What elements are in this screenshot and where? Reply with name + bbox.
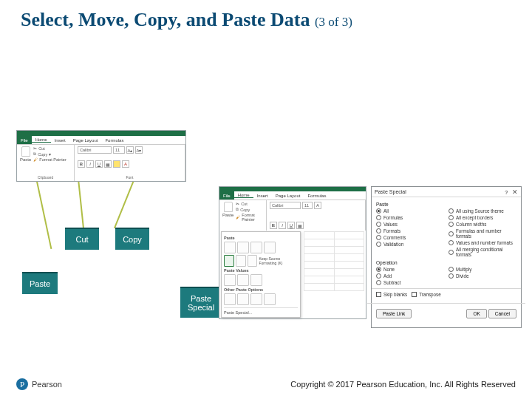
paste-special-menu-item[interactable]: Paste Special... [224, 307, 298, 315]
tab-formulas[interactable]: Formulas [304, 194, 330, 198]
excel-ribbon-clipboard: File Home Insert Page Layout Formulas Pa… [16, 130, 186, 182]
tab-insert[interactable]: Insert [51, 138, 69, 143]
group-label-font: Font [78, 175, 182, 180]
increase-font-icon[interactable]: A [314, 202, 321, 209]
radio-divide[interactable]: Divide [449, 273, 516, 279]
paste-label: Paste [20, 157, 31, 162]
paste-button[interactable]: Paste [222, 202, 233, 222]
underline-button[interactable]: U [287, 222, 295, 229]
radio-formats[interactable]: Formats [376, 228, 444, 233]
slide-footer: P Pearson Copyright © 2017 Pearson Educa… [0, 378, 532, 390]
copy-icon: ⧉ [33, 151, 36, 157]
dialog-titlebar: Paste Special ? ✕ [372, 187, 521, 197]
border-button[interactable]: ▦ [104, 160, 112, 168]
check-skip-blanks[interactable]: Skip blanks [376, 292, 407, 297]
font-size-select[interactable]: 11 [113, 146, 125, 154]
border-button[interactable]: ▦ [296, 222, 304, 229]
tab-page-layout[interactable]: Page Layout [69, 138, 102, 143]
radio-formulas[interactable]: Formulas [376, 215, 444, 220]
tab-home[interactable]: Home [32, 137, 51, 143]
callout-line [35, 177, 52, 249]
paste-link-button[interactable]: Paste Link [376, 309, 412, 318]
section-paste-label: Paste [376, 202, 516, 207]
paste-values-option[interactable] [237, 274, 249, 286]
radio-column-widths[interactable]: Column widths [449, 222, 516, 227]
radio-except-borders[interactable]: All except borders [449, 215, 516, 220]
paste-values-option[interactable] [250, 274, 262, 286]
radio-values[interactable]: Values [376, 222, 444, 227]
radio-validation[interactable]: Validation [376, 242, 444, 247]
paste-other-option[interactable] [264, 293, 276, 305]
excel-ribbon-paste-menu: File Home Insert Page Layout Formulas Pa… [219, 186, 366, 319]
pearson-logo: P Pearson [16, 378, 62, 390]
paste-other-option[interactable] [237, 293, 249, 305]
radio-formulas-numfmt[interactable]: Formulas and number formats [449, 228, 516, 239]
title-suffix: (3 of 3) [315, 15, 352, 29]
ok-button[interactable]: OK [466, 309, 486, 318]
paste-option[interactable] [237, 242, 249, 253]
paste-option[interactable] [250, 242, 262, 253]
badge-copy: Copy [115, 228, 149, 250]
radio-source-theme[interactable]: All using Source theme [449, 208, 516, 214]
format-painter-button[interactable]: 🖌Format Painter [33, 157, 66, 162]
paste-label: Paste [222, 213, 233, 217]
group-font: Calibri 11 A B I U ▦ [267, 200, 366, 231]
badge-cut: Cut [65, 228, 99, 250]
worksheet-grid[interactable] [304, 231, 364, 317]
format-painter-button[interactable]: 🖌Format Painter [236, 213, 263, 222]
close-icon[interactable]: ✕ [512, 188, 518, 196]
section-operation-label: Operation [376, 260, 516, 265]
italic-button[interactable]: I [279, 222, 286, 229]
font-size-select[interactable]: 11 [302, 202, 313, 209]
font-name-select[interactable]: Calibri [78, 146, 112, 154]
radio-none[interactable]: None [376, 267, 444, 272]
tab-file[interactable]: File [219, 191, 234, 200]
ribbon-tabs: File Home Insert Page Layout Formulas [219, 191, 366, 200]
underline-button[interactable]: U [95, 160, 103, 168]
tab-file[interactable]: File [17, 136, 32, 144]
dropdown-section-other: Other Paste Options [224, 287, 298, 292]
cut-button[interactable]: ✂Cut [33, 146, 66, 151]
tab-home[interactable]: Home [234, 193, 253, 198]
fill-color-button[interactable] [113, 160, 120, 168]
decrease-font-icon[interactable]: A▾ [135, 146, 143, 154]
bold-button[interactable]: B [270, 222, 277, 229]
paste-button[interactable]: Paste [20, 146, 31, 162]
tab-formulas[interactable]: Formulas [101, 138, 127, 143]
radio-merge-condfmt[interactable]: All merging conditional formats [449, 247, 516, 257]
font-name-select[interactable]: Calibri [270, 202, 301, 209]
badge-paste-special: Paste Special [180, 287, 222, 318]
paste-option[interactable] [248, 255, 258, 267]
cut-button[interactable]: ✂Cut [236, 202, 263, 206]
help-icon[interactable]: ? [505, 190, 508, 195]
slide-title: Select, Move, Copy, and Paste Data (3 of… [21, 9, 352, 31]
dropdown-section-values: Paste Values [224, 268, 298, 273]
paste-option-keep-source[interactable] [224, 255, 234, 267]
italic-button[interactable]: I [86, 160, 94, 168]
bold-button[interactable]: B [78, 160, 85, 168]
paste-option[interactable] [236, 255, 246, 267]
radio-comments[interactable]: Comments [376, 235, 444, 240]
font-color-button[interactable]: A [122, 160, 129, 168]
radio-values-numfmt[interactable]: Values and number formats [449, 240, 516, 245]
paste-option[interactable] [224, 242, 236, 253]
radio-subtract[interactable]: Subtract [376, 280, 444, 285]
check-transpose[interactable]: Transpose [412, 292, 441, 297]
clipboard-icon [21, 146, 30, 157]
radio-all[interactable]: All [376, 208, 444, 214]
increase-font-icon[interactable]: A▴ [126, 146, 134, 154]
paste-other-option[interactable] [224, 293, 236, 305]
tab-page-layout[interactable]: Page Layout [272, 194, 304, 198]
copy-button[interactable]: ⧉Copy [236, 207, 263, 212]
tab-insert[interactable]: Insert [253, 194, 272, 198]
copyright-text: Copyright © 2017 Pearson Education, Inc.… [290, 380, 516, 389]
paste-other-option[interactable] [250, 293, 262, 305]
radio-multiply[interactable]: Multiply [449, 267, 516, 272]
cancel-button[interactable]: Cancel [488, 309, 516, 318]
copy-icon: ⧉ [236, 207, 239, 212]
radio-add[interactable]: Add [376, 273, 444, 279]
pearson-logo-icon: P [16, 378, 28, 390]
paste-option[interactable] [264, 242, 276, 253]
copy-button[interactable]: ⧉Copy ▾ [33, 151, 66, 157]
paste-values-option[interactable] [224, 274, 236, 286]
